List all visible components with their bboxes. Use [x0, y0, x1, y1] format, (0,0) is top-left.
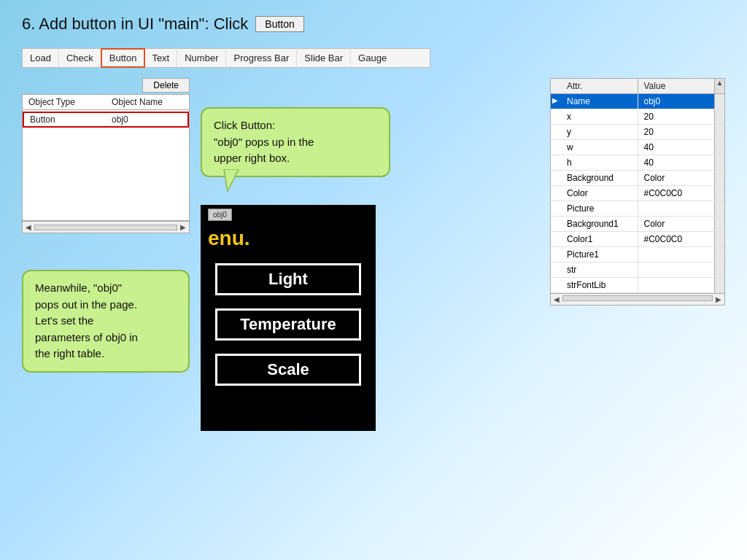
prop-row[interactable]: Color#C0C0C0 — [551, 186, 724, 201]
prop-attr: Color1 — [561, 232, 638, 246]
toolbar-item-gauge[interactable]: Gauge — [351, 50, 394, 66]
temperature-button[interactable]: Temperature — [215, 308, 361, 341]
toolbar-item-slide-bar[interactable]: Slide Bar — [297, 50, 351, 66]
row-arrow-icon — [551, 217, 561, 231]
scroll-up-icon[interactable]: ▲ — [714, 79, 724, 93]
scroll-left-icon[interactable]: ◀ — [26, 223, 31, 231]
prop-row[interactable]: BackgroundColor — [551, 171, 724, 186]
main-container: 6. Add button in UI "main": Click Button… — [0, 0, 747, 560]
row-name: obj0 — [106, 113, 187, 126]
col-header-name: Object Name — [106, 95, 189, 109]
delete-button[interactable]: Delete — [142, 78, 190, 93]
prop-attr: y — [561, 125, 638, 139]
row-arrow-icon — [551, 201, 561, 216]
prop-attr: Name — [561, 94, 638, 109]
menu-text: enu. — [208, 227, 250, 250]
toolbar-item-number[interactable]: Number — [177, 50, 226, 66]
toolbar-item-button[interactable]: Button — [101, 48, 146, 68]
table-row[interactable]: Button obj0 — [23, 112, 189, 128]
bottom-callout-text: Meanwhile, "obj0"pops out in the page.Le… — [35, 281, 138, 359]
top-callout-text: Click Button:"obj0" pops up in theupper … — [214, 119, 314, 164]
prop-col-attr: Attr. — [561, 79, 638, 93]
prop-scroll-row: ◀ ▶ — [551, 293, 724, 305]
row-type: Button — [24, 113, 106, 126]
prop-scroll-left[interactable]: ◀ — [554, 295, 560, 303]
scale-button[interactable]: Scale — [215, 354, 361, 386]
prop-row[interactable]: str — [551, 262, 724, 278]
row-arrow-icon — [551, 125, 561, 139]
top-callout: Click Button:"obj0" pops up in theupper … — [201, 107, 390, 177]
toolbar-item-text[interactable]: Text — [144, 50, 177, 66]
row-scroll-cell — [714, 278, 724, 292]
row-scroll-cell — [714, 247, 724, 262]
light-button[interactable]: Light — [215, 263, 361, 295]
middle-section: Delete Object Type Object Name Button ob… — [22, 78, 725, 431]
prop-val: #C0C0C0 — [638, 186, 715, 201]
prop-scroll-right[interactable]: ▶ — [716, 295, 721, 303]
row-arrow-icon — [551, 278, 561, 292]
left-col: Delete Object Type Object Name Button ob… — [22, 78, 190, 373]
row-scroll-cell — [714, 94, 724, 109]
prop-attr: Picture — [561, 201, 638, 216]
prop-row[interactable]: Background1Color — [551, 217, 724, 232]
col-header-type: Object Type — [23, 95, 106, 109]
row-scroll-cell — [714, 186, 724, 201]
row-scroll-cell — [714, 109, 724, 124]
prop-val: 20 — [638, 125, 715, 139]
row-scroll-cell — [714, 201, 724, 216]
prop-row[interactable]: Color1#C0C0C0 — [551, 232, 724, 247]
prop-val: Color — [638, 217, 715, 231]
prop-val: 40 — [638, 140, 715, 155]
obj0-label: obj0 — [208, 209, 232, 221]
toolbar-item-check[interactable]: Check — [59, 50, 101, 66]
toolbar-item-progress-bar[interactable]: Progress Bar — [226, 50, 297, 66]
row-arrow-icon — [551, 109, 561, 124]
object-table-body: Button obj0 — [23, 112, 189, 221]
prop-scroll-track[interactable] — [562, 295, 713, 301]
prop-row[interactable]: w40 — [551, 140, 724, 155]
mid-col: Click Button:"obj0" pops up in theupper … — [201, 78, 390, 431]
scroll-track[interactable] — [34, 225, 177, 230]
prop-row[interactable]: Picture1 — [551, 247, 724, 262]
row-arrow-icon — [551, 171, 561, 185]
bottom-callout: Meanwhile, "obj0"pops out in the page.Le… — [22, 270, 190, 373]
prop-attr: Picture1 — [561, 247, 638, 262]
toolbar: LoadCheckButtonTextNumberProgress BarSli… — [22, 48, 430, 68]
row-arrow-icon — [551, 247, 561, 262]
prop-row[interactable]: strFontLib — [551, 278, 724, 293]
prop-row[interactable]: h40 — [551, 155, 724, 171]
prop-val — [638, 262, 715, 277]
row-scroll-cell — [714, 155, 724, 170]
row-scroll-cell — [714, 262, 724, 277]
row-scroll-cell — [714, 125, 724, 139]
prop-row[interactable]: y20 — [551, 125, 724, 140]
prop-val: 20 — [638, 109, 715, 124]
prop-attr: str — [561, 262, 638, 277]
scroll-right-icon[interactable]: ▶ — [180, 223, 186, 231]
row-arrow-icon — [551, 140, 561, 155]
row-scroll-cell — [714, 217, 724, 231]
row-arrow-icon: ▶ — [551, 94, 561, 109]
object-table-header: Object Type Object Name — [23, 95, 189, 110]
prop-val: #C0C0C0 — [638, 232, 715, 246]
prop-attr: w — [561, 140, 638, 155]
row-arrow-icon — [551, 186, 561, 201]
prop-val: Color — [638, 171, 715, 185]
delete-btn-row: Delete — [22, 78, 190, 93]
prop-row[interactable]: Picture — [551, 201, 724, 217]
row-arrow-icon — [551, 155, 561, 170]
prop-attr: x — [561, 109, 638, 124]
prop-row[interactable]: ▶Nameobj0 — [551, 94, 724, 109]
prop-attr: Color — [561, 186, 638, 201]
row-scroll-cell — [714, 140, 724, 155]
svg-marker-0 — [224, 169, 239, 191]
prop-val — [638, 278, 715, 292]
prop-val: 40 — [638, 155, 715, 170]
toolbar-item-load[interactable]: Load — [23, 50, 59, 66]
prop-val — [638, 247, 715, 262]
callout-arrow-svg — [217, 169, 260, 192]
prop-val — [638, 201, 715, 216]
prop-row[interactable]: x20 — [551, 109, 724, 125]
properties-panel: Attr. Value ▲ ▶Nameobj0x20y20w40h40Backg… — [550, 78, 725, 306]
prop-attr: strFontLib — [561, 278, 638, 292]
